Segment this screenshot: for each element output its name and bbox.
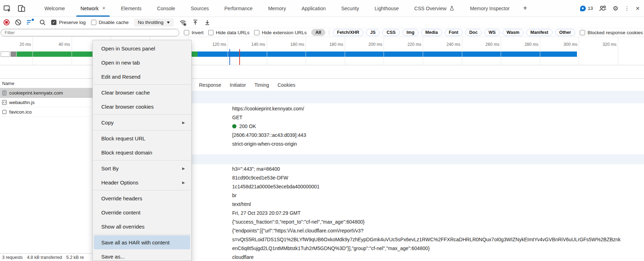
menu-item-block-request-domain[interactable]: Block request domain bbox=[94, 145, 190, 159]
hide-data-urls-checkbox[interactable]: Hide data URLs bbox=[208, 30, 249, 35]
more-options-icon[interactable]: ⋮ bbox=[624, 5, 630, 12]
tab-application[interactable]: Application bbox=[294, 0, 333, 17]
inspect-element-icon[interactable] bbox=[4, 5, 11, 12]
checkbox-unchecked-icon[interactable] bbox=[208, 30, 213, 35]
overview-bar-segment bbox=[1, 51, 10, 57]
filter-toggle-icon[interactable] bbox=[27, 19, 34, 25]
menu-item-open-in-sources-panel[interactable]: Open in Sources panel bbox=[94, 41, 190, 55]
checkbox-unchecked-icon[interactable] bbox=[254, 30, 259, 35]
menu-item-block-request-url[interactable]: Block request URL bbox=[94, 131, 190, 145]
checkbox-checked-icon[interactable]: ✓ bbox=[51, 20, 56, 25]
tab-memory[interactable]: Memory bbox=[260, 0, 294, 17]
clear-network-log-icon[interactable] bbox=[15, 19, 22, 26]
filter-chip-js[interactable]: JS bbox=[366, 29, 380, 36]
close-devtools-icon[interactable]: ✕ bbox=[636, 6, 640, 11]
filter-chip-fetch-xhr[interactable]: Fetch/XHR bbox=[333, 29, 363, 36]
tab-css-overview[interactable]: CSS Overview bbox=[407, 0, 462, 17]
menu-item-clear-browser-cookies[interactable]: Clear browser cookies bbox=[94, 99, 190, 114]
export-har-icon[interactable] bbox=[204, 19, 211, 26]
filter-chip-wasm[interactable]: Wasm bbox=[502, 29, 524, 36]
menu-item-clear-browser-cache[interactable]: Clear browser cache bbox=[94, 85, 190, 99]
filter-chip-img[interactable]: Img bbox=[402, 29, 419, 36]
filter-chip-all[interactable]: All bbox=[311, 29, 325, 36]
checkbox-unchecked-icon[interactable] bbox=[184, 30, 189, 35]
name-column-header[interactable]: Name bbox=[0, 79, 92, 88]
filter-chip-other[interactable]: Other bbox=[555, 29, 575, 36]
request-row-favicon-ico[interactable]: favicon.ico bbox=[0, 107, 92, 117]
timeline-tick-label: 220 ms bbox=[392, 42, 421, 47]
tab-lighthouse[interactable]: Lighthouse bbox=[367, 0, 407, 17]
timeline-gridline bbox=[423, 37, 423, 65]
response-header-value-text: br bbox=[232, 193, 236, 198]
menu-item-save-as[interactable]: Save as... bbox=[94, 249, 190, 261]
search-icon[interactable] bbox=[39, 19, 46, 26]
tab-elements[interactable]: Elements bbox=[113, 0, 149, 17]
panel-tabs: WelcomeNetwork✕ElementsConsoleSourcesPer… bbox=[37, 0, 517, 17]
request-row-webauthn-js[interactable]: webauthn.js bbox=[0, 98, 92, 107]
filter-chip-ws[interactable]: WS bbox=[484, 29, 500, 36]
blocked-response-cookies-checkbox[interactable]: Blocked response cookies bbox=[580, 30, 643, 35]
network-conditions-icon[interactable] bbox=[179, 19, 187, 26]
tab-sources[interactable]: Sources bbox=[183, 0, 216, 17]
menu-item-show-all-overrides[interactable]: Show all overrides bbox=[94, 219, 190, 233]
invert-checkbox[interactable]: Invert bbox=[184, 30, 204, 35]
timeline-gridline bbox=[72, 37, 72, 65]
tab-network[interactable]: Network✕ bbox=[73, 0, 113, 17]
tab-label: Welcome bbox=[44, 6, 65, 11]
filter-chip-font[interactable]: Font bbox=[445, 29, 463, 36]
menu-item-override-headers[interactable]: Override headers bbox=[94, 191, 190, 205]
request-row-cookieprint-kennyatx-com[interactable]: cookieprint.kennyatx.com bbox=[0, 88, 92, 98]
menu-item-sort-by[interactable]: Sort By▶ bbox=[94, 161, 190, 175]
menu-item-header-options[interactable]: Header Options▶ bbox=[94, 175, 190, 189]
overview-bar-blue bbox=[198, 51, 577, 57]
tab-memory-inspector[interactable]: Memory Inspector bbox=[462, 0, 517, 17]
menu-item-copy[interactable]: Copy▶ bbox=[94, 115, 190, 129]
tab-performance[interactable]: Performance bbox=[217, 0, 260, 17]
people-icon[interactable] bbox=[599, 5, 607, 12]
filter-chip-media[interactable]: Media bbox=[421, 29, 442, 36]
timeline-gridline bbox=[462, 37, 462, 65]
hide-extension-urls-label: Hide extension URLs bbox=[262, 30, 307, 35]
menu-item-override-content[interactable]: Override content bbox=[94, 205, 190, 219]
filter-chip-css[interactable]: CSS bbox=[382, 29, 400, 36]
submenu-arrow-icon: ▶ bbox=[182, 121, 185, 125]
menu-item-label: Clear browser cache bbox=[101, 90, 150, 96]
summary-item: 5.2 kB re bbox=[66, 255, 84, 260]
more-tabs-button[interactable]: + bbox=[517, 4, 533, 12]
response-header-value-text: {"endpoints":[{"url":"https:\/\/a.nel.cl… bbox=[232, 228, 363, 233]
menu-item-edit-and-resend[interactable]: Edit and Resend bbox=[94, 69, 190, 84]
tab-console[interactable]: Console bbox=[149, 0, 183, 17]
beaker-icon bbox=[449, 6, 455, 11]
detail-tab-response[interactable]: Response bbox=[199, 82, 221, 88]
device-toolbar-icon[interactable] bbox=[18, 5, 25, 12]
checkbox-unchecked-icon[interactable] bbox=[580, 30, 585, 35]
settings-gear-icon[interactable]: ⚙ bbox=[613, 5, 618, 12]
response-header-value-text: 1c1458d21a0000e53ecebda400000001 bbox=[232, 184, 320, 189]
detail-tab-cookies[interactable]: Cookies bbox=[277, 82, 295, 88]
detail-tab-timing[interactable]: Timing bbox=[254, 82, 269, 88]
hide-extension-urls-checkbox[interactable]: Hide extension URLs bbox=[254, 30, 307, 35]
menu-item-save-all-as-har-with-content[interactable]: Save all as HAR with content bbox=[94, 235, 190, 249]
disable-cache-checkbox[interactable]: Disable cache bbox=[91, 20, 129, 25]
throttling-dropdown[interactable]: No throttling bbox=[134, 18, 174, 26]
timeline-gridline bbox=[384, 37, 384, 65]
filter-chip-manifest[interactable]: Manifest bbox=[526, 29, 553, 36]
preserve-log-checkbox[interactable]: ✓ Preserve log bbox=[51, 20, 86, 25]
menu-item-label: Header Options bbox=[101, 180, 138, 186]
import-har-icon[interactable] bbox=[192, 19, 199, 26]
checkbox-unchecked-icon[interactable] bbox=[91, 20, 96, 25]
general-value-text: [2606:4700:3037::ac43:d039]:443 bbox=[232, 132, 306, 138]
submenu-arrow-icon: ▶ bbox=[182, 166, 185, 170]
tab-security[interactable]: Security bbox=[333, 0, 367, 17]
filter-chip-doc[interactable]: Doc bbox=[465, 29, 482, 36]
filter-input[interactable] bbox=[1, 29, 179, 36]
feedback-bubble-icon[interactable] bbox=[580, 6, 586, 11]
close-tab-icon[interactable]: ✕ bbox=[102, 6, 105, 11]
record-network-log-button[interactable] bbox=[4, 19, 10, 25]
menu-item-open-in-new-tab[interactable]: Open in new tab bbox=[94, 55, 190, 69]
detail-tab-initiator[interactable]: Initiator bbox=[230, 82, 246, 88]
tab-label: CSS Overview bbox=[414, 6, 446, 11]
tab-welcome[interactable]: Welcome bbox=[37, 0, 73, 17]
document-icon bbox=[2, 90, 7, 96]
response-header-value-text: {"success_fraction":0,"report_to":"cf-ne… bbox=[232, 219, 365, 225]
